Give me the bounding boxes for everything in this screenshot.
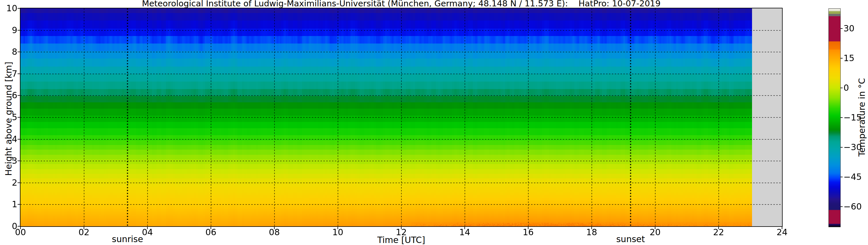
y-axis-tick <box>18 139 20 140</box>
y-tick-label: 6 <box>1 91 17 100</box>
y-tick-label: 4 <box>1 135 17 144</box>
colorbar-tick <box>841 28 843 29</box>
colorbar-tick-label: −60 <box>843 202 868 211</box>
y-tick-label: 10 <box>1 4 17 13</box>
colorbar-tick <box>841 58 843 59</box>
colorbar-tick <box>841 88 843 88</box>
colorbar-tick <box>841 177 843 177</box>
y-tick-label: 7 <box>1 69 17 78</box>
y-tick-label: 3 <box>1 156 17 166</box>
x-tick-label: 20 <box>644 227 666 237</box>
x-tick-label: 06 <box>199 227 222 237</box>
figure: Meteorological Institute of Ludwig-Maxim… <box>0 0 868 245</box>
axis-ticks-layer: 0002040608101214161820222401234567891030… <box>0 0 868 245</box>
x-tick-label: 10 <box>326 227 349 237</box>
x-tick-label: 22 <box>707 227 730 237</box>
y-axis-tick <box>18 30 20 31</box>
colorbar-tick-label: 30 <box>843 24 868 33</box>
x-tick-label: 18 <box>580 227 603 237</box>
y-axis-tick <box>18 73 20 74</box>
colorbar-tick-label: −15 <box>843 113 868 122</box>
y-tick-label: 1 <box>1 200 17 209</box>
colorbar-tick-label: 0 <box>843 83 868 93</box>
colorbar-tick-label: −45 <box>843 172 868 182</box>
y-axis-tick <box>18 117 20 117</box>
y-tick-label: 8 <box>1 47 17 57</box>
colorbar-tick-label: −30 <box>843 143 868 152</box>
y-tick-label: 2 <box>1 178 17 187</box>
x-tick-label: 24 <box>771 227 794 237</box>
y-tick-label: 0 <box>1 222 17 231</box>
x-tick-label: 14 <box>453 227 476 237</box>
x-tick-label: 08 <box>263 227 286 237</box>
y-axis-tick <box>18 8 20 9</box>
y-axis-tick <box>18 161 20 161</box>
x-tick-label: 04 <box>136 227 159 237</box>
x-tick-label: 16 <box>517 227 540 237</box>
y-axis-tick <box>18 204 20 205</box>
y-tick-label: 5 <box>1 113 17 122</box>
colorbar-tick <box>841 206 843 207</box>
y-axis-tick <box>18 226 20 226</box>
x-tick-label: 02 <box>72 227 95 237</box>
colorbar-tick <box>841 117 843 118</box>
colorbar-tick-label: 15 <box>843 54 868 63</box>
y-axis-tick <box>18 51 20 52</box>
colorbar-tick <box>841 147 843 148</box>
y-axis-tick <box>18 95 20 96</box>
y-tick-label: 9 <box>1 26 17 35</box>
x-tick-label: 12 <box>390 227 413 237</box>
y-axis-tick <box>18 182 20 183</box>
